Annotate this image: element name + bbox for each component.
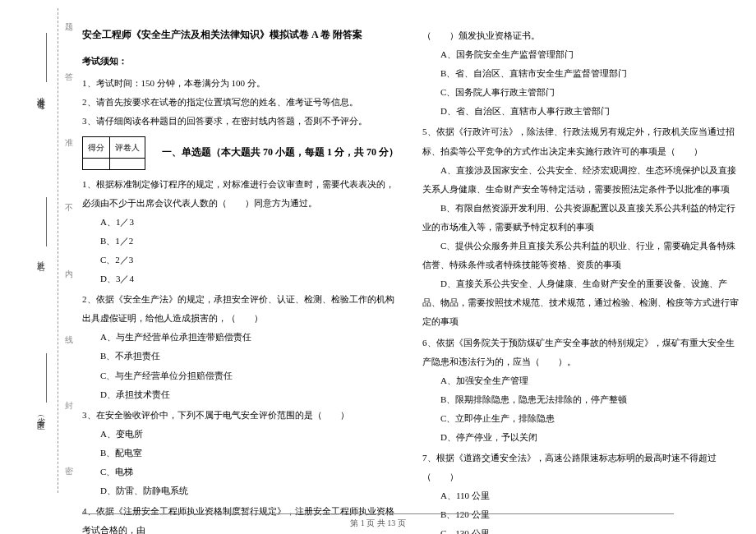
left-column: 安全工程师《安全生产法及相关法律知识》模拟试卷 A 卷 附答案 考试须知： 1、…	[82, 25, 399, 534]
q5-opt-b: B、有限自然资源开发利用、公共资源配置以及直接关系公共利益的特定行业的市场准入等…	[422, 199, 740, 237]
notice-item-3: 3、请仔细阅读各种题目的回答要求，在密封线内答题，否则不予评分。	[82, 112, 399, 131]
score-cell-score	[83, 158, 110, 169]
q4-tail: （ ）颁发执业资格证书。	[422, 26, 740, 45]
binding-underline-ticket	[46, 33, 47, 82]
notice-item-1: 1、考试时间：150 分钟，本卷满分为 100 分。	[82, 74, 399, 93]
q6-opt-d: D、停产停业，予以关闭	[422, 428, 740, 447]
page-number: 第 1 页 共 13 页	[350, 518, 406, 527]
q2-stem: 2、依据《安全生产法》的规定，承担安全评价、认证、检测、检验工作的机构出具虚假证…	[82, 290, 399, 328]
q3-opt-d: D、防雷、防静电系统	[82, 481, 399, 500]
score-header-grader: 评卷人	[110, 136, 145, 158]
q6-opt-b: B、限期排除隐患，隐患无法排除的，停产整顿	[422, 390, 740, 409]
q5-opt-a: A、直接涉及国家安全、公共安全、经济宏观调控、生态环境保护以及直接关系人身健康、…	[422, 161, 740, 199]
binding-dashed-line	[58, 8, 58, 493]
q5-stem: 5、依据《行政许可法》，除法律、行政法规另有规定外，行政机关应当通过招标、拍卖等…	[422, 122, 740, 160]
q3-opt-a: A、变电所	[82, 425, 399, 444]
q2-opt-d: D、承担技术责任	[82, 385, 399, 404]
content-area: 安全工程师《安全生产法及相关法律知识》模拟试卷 A 卷 附答案 考试须知： 1、…	[82, 25, 740, 534]
section-1-title: 一、单选题（本大题共 70 小题，每题 1 分，共 70 分）	[162, 142, 399, 163]
q4-opt-a: A、国务院安全生产监督管理部门	[422, 45, 740, 64]
q4-opt-b: B、省、自治区、直辖市安全生产监督管理部门	[422, 64, 740, 83]
score-header-score: 得分	[83, 136, 110, 158]
binding-field-province: 省（市区）	[35, 411, 46, 419]
binding-underline-province	[46, 353, 47, 403]
q1-opt-b: B、1／2	[82, 232, 399, 251]
q2-opt-c: C、与生产经营单位分担赔偿责任	[82, 366, 399, 385]
q1-opt-c: C、2／3	[82, 251, 399, 269]
q1-stem: 1、根据标准制定修订程序的规定，对标准进行会议审查时，需要代表表决的，必须由不少…	[82, 175, 399, 213]
notice-heading: 考试须知：	[82, 52, 399, 71]
q7-stem: 7、根据《道路交通安全法》，高速公路限速标志标明的最高时速不得超过（ ）	[422, 449, 740, 486]
q7-opt-a: A、110 公里	[422, 486, 740, 505]
notice-item-2: 2、请首先按要求在试卷的指定位置填写您的姓名、准考证号等信息。	[82, 93, 399, 112]
q6-opt-c: C、立即停止生产，排除隐患	[422, 409, 740, 428]
q4-opt-d: D、省、自治区、直辖市人事行政主管部门	[422, 102, 740, 121]
q3-opt-b: B、配电室	[82, 444, 399, 463]
q3-opt-c: C、电梯	[82, 463, 399, 481]
score-cell-grader	[110, 158, 145, 169]
page-footer: 第 1 页 共 13 页	[0, 513, 756, 529]
q3-stem: 3、在安全验收评价中，下列不属于电气安全评价范围的是（ ）	[82, 406, 399, 425]
score-table: 得分 评卷人	[82, 136, 145, 170]
exam-title: 安全工程师《安全生产法及相关法律知识》模拟试卷 A 卷 附答案	[82, 25, 399, 45]
binding-underline-name	[46, 197, 47, 246]
footer-divider	[82, 513, 674, 514]
q6-opt-a: A、加强安全生产管理	[422, 371, 740, 390]
q5-opt-d: D、直接关系公共安全、人身健康、生命财产安全的重要设备、设施、产品、物品，需要按…	[422, 274, 740, 331]
q2-opt-b: B、不承担责任	[82, 347, 399, 366]
binding-field-name: 姓名	[35, 255, 46, 258]
binding-field-ticket: 准考证号	[35, 90, 46, 97]
q6-stem: 6、依据《国务院关于预防煤矿生产安全事故的特别规定》，煤矿有重大安全生产隐患和违…	[422, 334, 740, 371]
binding-margin: 省（市区） 姓名 准考证号 密 封 线 内 不 准 答 题	[0, 0, 74, 509]
score-row: 得分 评卷人 一、单选题（本大题共 70 小题，每题 1 分，共 70 分）	[82, 136, 399, 170]
q4-opt-c: C、国务院人事行政主管部门	[422, 83, 740, 102]
q2-opt-a: A、与生产经营单位承担连带赔偿责任	[82, 328, 399, 347]
q5-opt-c: C、提供公众服务并且直接关系公共利益的职业、行业，需要确定具备特殊信誉、特殊条件…	[422, 237, 740, 274]
right-column: （ ）颁发执业资格证书。 A、国务院安全生产监督管理部门 B、省、自治区、直辖市…	[422, 25, 740, 534]
q1-opt-d: D、3／4	[82, 269, 399, 288]
q1-opt-a: A、1／3	[82, 213, 399, 232]
